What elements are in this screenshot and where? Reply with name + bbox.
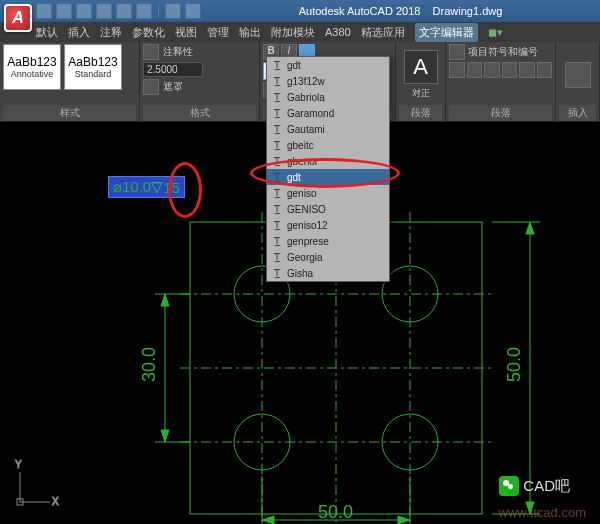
qat-button[interactable]	[76, 3, 92, 19]
font-option[interactable]: T̲Gisha	[267, 265, 389, 281]
panel-style: AaBb123 Annotative AaBb123 Standard 样式	[0, 42, 140, 121]
style-preview: AaBb123	[68, 55, 117, 69]
align-button[interactable]	[502, 62, 518, 78]
wechat-icon	[499, 476, 519, 496]
bullets-icon[interactable]	[449, 44, 465, 60]
font-option[interactable]: T̲gdt	[267, 57, 389, 73]
dim-text: 50.0	[504, 347, 524, 382]
watermark-site: www.ttcad.com	[499, 505, 586, 520]
text-height-input[interactable]: 2.5000	[143, 62, 203, 77]
qat-button[interactable]	[165, 3, 181, 19]
font-option-label: Gautami	[287, 124, 325, 135]
font-option-label: genprese	[287, 236, 329, 247]
font-option[interactable]: T̲geniso12	[267, 217, 389, 233]
font-option[interactable]: T̲gbeitc	[267, 137, 389, 153]
mask-label: 遮罩	[163, 80, 183, 94]
tab[interactable]: 附加模块	[271, 25, 315, 40]
font-type-icon: T̲	[271, 91, 283, 103]
tab[interactable]: 管理	[207, 25, 229, 40]
font-option[interactable]: T̲Gautami	[267, 121, 389, 137]
font-type-icon: T̲	[271, 203, 283, 215]
font-option-label: Gisha	[287, 268, 313, 279]
panel-title: 格式	[143, 105, 256, 121]
font-option[interactable]: T̲GENISO	[267, 201, 389, 217]
quick-access-toolbar	[36, 3, 201, 19]
title-bar: Autodesk AutoCAD 2018 Drawing1.dwg	[0, 0, 600, 22]
font-option[interactable]: T̲g13f12w	[267, 73, 389, 89]
font-option-label: gbeitc	[287, 140, 314, 151]
font-type-icon: T̲	[271, 107, 283, 119]
autocad-app-icon[interactable]: A	[4, 4, 32, 32]
style-preview: AaBb123	[7, 55, 56, 69]
qat-button[interactable]	[36, 3, 52, 19]
panel-title: 段落	[449, 105, 552, 121]
field-button[interactable]	[565, 62, 591, 88]
highlight-ring	[250, 158, 400, 188]
align-button[interactable]	[449, 62, 465, 78]
tab[interactable]: 精选应用	[361, 25, 405, 40]
mask-icon[interactable]	[143, 79, 159, 95]
text-style-annotative[interactable]: AaBb123 Annotative	[3, 44, 61, 90]
justify-label: 对正	[412, 87, 430, 100]
window-title: Autodesk AutoCAD 2018 Drawing1.dwg	[201, 5, 600, 17]
text-style-standard[interactable]: AaBb123 Standard	[64, 44, 122, 90]
app-title: Autodesk AutoCAD 2018	[299, 5, 421, 17]
style-name: Standard	[75, 69, 112, 79]
align-button[interactable]	[467, 62, 483, 78]
font-type-icon: T̲	[271, 59, 283, 71]
align-button[interactable]	[519, 62, 535, 78]
editor-diameter: ⌀10.0	[113, 178, 151, 196]
font-option[interactable]: T̲genprese	[267, 233, 389, 249]
tab[interactable]: 注释	[100, 25, 122, 40]
style-name: Annotative	[11, 69, 54, 79]
tab[interactable]: A380	[325, 26, 351, 38]
svg-marker-25	[161, 430, 169, 442]
separator	[158, 3, 159, 17]
tab-active[interactable]: 文字编辑器	[415, 23, 478, 42]
font-type-icon: T̲	[271, 139, 283, 151]
qat-button[interactable]	[96, 3, 112, 19]
font-option[interactable]: T̲Gabriola	[267, 89, 389, 105]
panel-title: 插入	[559, 105, 596, 121]
font-option-label: gdt	[287, 60, 301, 71]
watermark-brand-text: CAD吧	[523, 477, 570, 496]
editor-cursor-icon: ▽	[151, 178, 163, 196]
panel-title: 段落	[399, 105, 442, 121]
svg-text:Y: Y	[15, 459, 22, 470]
font-option-label: g13f12w	[287, 76, 325, 87]
svg-marker-24	[161, 294, 169, 306]
font-option[interactable]: T̲Garamond	[267, 105, 389, 121]
qat-button[interactable]	[185, 3, 201, 19]
svg-marker-30	[398, 516, 410, 524]
align-button[interactable]	[484, 62, 500, 78]
tab-expand-icon[interactable]: ◼▾	[488, 26, 503, 39]
qat-button[interactable]	[116, 3, 132, 19]
qat-button[interactable]	[136, 3, 152, 19]
font-option-label: geniso12	[287, 220, 328, 231]
tab[interactable]: 插入	[68, 25, 90, 40]
annotative-icon[interactable]	[143, 44, 159, 60]
tab[interactable]: 默认	[36, 25, 58, 40]
font-option-label: Georgia	[287, 252, 323, 263]
font-type-icon: T̲	[271, 235, 283, 247]
font-option[interactable]: T̲Georgia	[267, 249, 389, 265]
highlight-ring	[168, 162, 202, 218]
panel-title: 样式	[3, 105, 136, 121]
tab[interactable]: 视图	[175, 25, 197, 40]
doc-title: Drawing1.dwg	[433, 5, 503, 17]
font-type-icon: T̲	[271, 267, 283, 279]
justify-button[interactable]: A	[404, 50, 438, 84]
dim-text: 50.0	[318, 502, 353, 522]
panel-justify: A 对正 段落	[396, 42, 446, 121]
font-type-icon: T̲	[271, 251, 283, 263]
tab[interactable]: 参数化	[132, 25, 165, 40]
bullets-label: 项目符号和编号	[468, 45, 538, 59]
svg-marker-19	[526, 222, 534, 234]
font-option-label: GENISO	[287, 204, 326, 215]
qat-button[interactable]	[56, 3, 72, 19]
align-button[interactable]	[537, 62, 553, 78]
font-type-icon: T̲	[271, 219, 283, 231]
tab[interactable]: 输出	[239, 25, 261, 40]
watermark-brand: CAD吧	[499, 476, 570, 496]
panel-paragraph: 项目符号和编号 段落	[446, 42, 556, 121]
